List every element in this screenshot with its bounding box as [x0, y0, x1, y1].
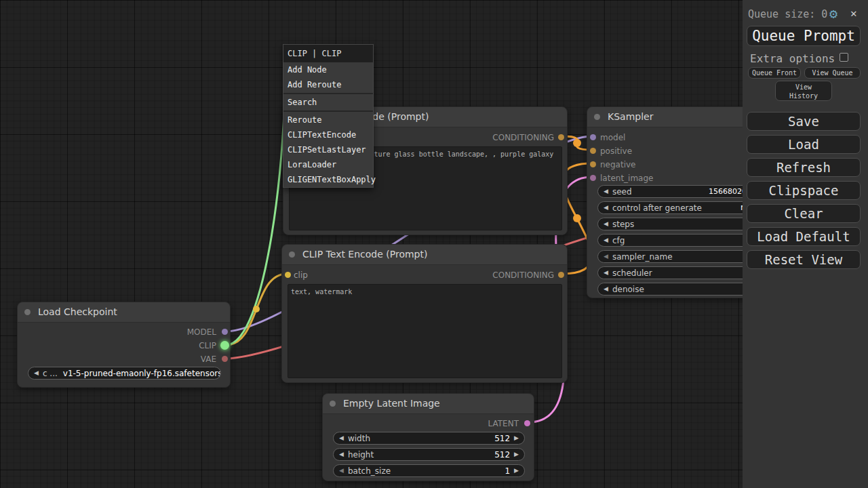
prev-arrow-icon[interactable]: ◀: [604, 266, 608, 279]
prev-arrow-icon[interactable]: ◀: [604, 283, 608, 296]
menu-separator: [283, 110, 373, 112]
menu-item-loraloader[interactable]: LoraLoader: [283, 157, 373, 172]
node-title[interactable]: CLIP Text Encode (Prompt): [282, 245, 567, 265]
context-menu: CLIP | CLIP Add Node Add Reroute Search …: [283, 44, 374, 188]
output-dot-conditioning[interactable]: [558, 272, 564, 278]
link-midpoint-dot: [253, 306, 260, 312]
load-button[interactable]: Load: [747, 135, 861, 154]
collapse-dot-icon[interactable]: [289, 251, 295, 258]
queue-size-label: Queue size: 0: [748, 8, 827, 20]
queue-prompt-button[interactable]: Queue Prompt: [747, 26, 861, 46]
settings-gear-icon[interactable]: ⚙: [829, 5, 837, 22]
node-title-label: Empty Latent Image: [343, 398, 440, 409]
output-dot-model[interactable]: [222, 329, 228, 335]
view-queue-button[interactable]: View Queue: [804, 67, 861, 79]
link-midpoint-dot: [573, 139, 581, 147]
reset-view-button[interactable]: Reset View: [747, 250, 861, 269]
input-dot-clip[interactable]: [285, 272, 291, 278]
height-widget[interactable]: ◀ height 512 ▶: [333, 448, 525, 461]
input-dot-negative[interactable]: [590, 161, 596, 167]
input-label-negative: negative: [600, 161, 635, 169]
widget-label: scheduler: [612, 268, 652, 278]
wire-drag-clip: [226, 57, 285, 345]
widget-label: cfg: [612, 236, 625, 245]
output-dot-latent[interactable]: [524, 420, 530, 426]
menu-item-cliptextencode[interactable]: CLIPTextEncode: [283, 127, 373, 142]
ckpt-name-widget[interactable]: ◀ c ... v1-5-pruned-emaonly-fp16.safeten…: [28, 367, 221, 380]
widget-label: height: [348, 450, 374, 460]
widget-label: control after generate: [612, 203, 702, 213]
prev-arrow-icon[interactable]: ◀: [604, 218, 608, 230]
prev-arrow-icon[interactable]: ◀: [604, 201, 608, 214]
batch-size-widget[interactable]: ◀ batch_size 1 ▶: [333, 464, 525, 477]
widget-label: width: [348, 434, 370, 443]
context-menu-title: CLIP | CLIP: [283, 45, 373, 62]
node-clip-text-encode-negative[interactable]: CLIP Text Encode (Prompt) clip CONDITION…: [281, 244, 568, 383]
output-label-conditioning: CONDITIONING: [492, 271, 554, 279]
menu-item-add-reroute[interactable]: Add Reroute: [283, 77, 373, 92]
widget-value: 1: [505, 466, 510, 476]
clipspace-button[interactable]: Clipspace: [747, 181, 861, 200]
queue-front-button[interactable]: Queue Front: [748, 67, 801, 79]
prev-arrow-icon[interactable]: ◀: [339, 464, 344, 477]
menu-item-add-node[interactable]: Add Node: [283, 62, 373, 77]
load-default-button[interactable]: Load Default: [747, 227, 861, 246]
node-title-label: CLIP Text Encode (Prompt): [302, 249, 427, 260]
output-dot-vae[interactable]: [222, 356, 228, 362]
prev-arrow-icon[interactable]: ◀: [604, 250, 608, 263]
node-empty-latent-image[interactable]: Empty Latent Image LATENT ◀ width 512 ▶ …: [322, 393, 534, 481]
extra-options-label: Extra options: [750, 52, 835, 65]
node-graph-canvas[interactable]: Load Checkpoint MODEL CLIP VAE ◀ c ... v…: [0, 0, 868, 488]
input-label-latent-image: latent_image: [600, 174, 653, 182]
next-arrow-icon[interactable]: ▶: [514, 464, 519, 477]
widget-label: c ...: [43, 369, 58, 378]
widget-label: steps: [612, 220, 634, 229]
node-title[interactable]: Load Checkpoint: [18, 302, 230, 323]
collapse-dot-icon[interactable]: [594, 114, 600, 120]
menu-item-gligentextboxapply[interactable]: GLIGENTextBoxApply: [283, 172, 373, 187]
input-dot-latent-image[interactable]: [590, 175, 596, 181]
widget-label: sampler_name: [612, 252, 673, 262]
input-label-model: model: [600, 134, 625, 142]
next-arrow-icon[interactable]: ▶: [514, 448, 519, 461]
refresh-button[interactable]: Refresh: [747, 158, 861, 177]
output-label-vae: VAE: [201, 355, 216, 363]
clear-button[interactable]: Clear: [747, 204, 861, 223]
close-icon[interactable]: ✕: [850, 7, 857, 20]
widget-label: seed: [612, 187, 632, 197]
prev-arrow-icon[interactable]: ◀: [604, 234, 608, 247]
prev-arrow-icon[interactable]: ◀: [34, 367, 39, 380]
view-history-button[interactable]: View History: [775, 81, 832, 101]
output-dot-conditioning[interactable]: [558, 134, 564, 140]
menu-item-clipsetlastlayer[interactable]: CLIPSetLastLayer: [283, 142, 373, 157]
menu-item-reroute[interactable]: Reroute: [283, 113, 373, 127]
widget-label: batch_size: [348, 466, 391, 476]
prev-arrow-icon[interactable]: ◀: [604, 185, 608, 198]
output-dot-clip-highlighted[interactable]: [220, 341, 229, 350]
input-dot-positive[interactable]: [590, 148, 596, 154]
width-widget[interactable]: ◀ width 512 ▶: [333, 432, 525, 445]
menu-item-search[interactable]: Search: [283, 95, 373, 110]
node-title-label: KSampler: [608, 111, 653, 122]
node-title[interactable]: Empty Latent Image: [323, 394, 534, 414]
save-button[interactable]: Save: [747, 112, 861, 131]
input-dot-model[interactable]: [590, 134, 596, 140]
output-label-conditioning: CONDITIONING: [492, 134, 554, 142]
output-label-model: MODEL: [187, 328, 216, 336]
input-label-positive: positive: [600, 147, 632, 155]
node-title-label: Load Checkpoint: [38, 306, 117, 317]
negative-prompt-textarea[interactable]: text, watermark: [288, 284, 562, 378]
extra-options-checkbox[interactable]: [840, 53, 848, 62]
collapse-dot-icon[interactable]: [24, 309, 31, 315]
link-midpoint-dot: [573, 214, 581, 222]
control-sidebar: Queue size: 0 ⚙ ✕ Queue Prompt Extra opt…: [743, 0, 868, 488]
prev-arrow-icon[interactable]: ◀: [339, 432, 344, 445]
menu-separator: [283, 93, 373, 94]
next-arrow-icon[interactable]: ▶: [514, 432, 519, 445]
prev-arrow-icon[interactable]: ◀: [339, 448, 344, 461]
input-label-clip: clip: [294, 271, 308, 279]
widget-label: denoise: [612, 285, 644, 294]
widget-value: 512: [494, 434, 510, 443]
node-load-checkpoint[interactable]: Load Checkpoint MODEL CLIP VAE ◀ c ... v…: [17, 302, 231, 388]
collapse-dot-icon[interactable]: [330, 401, 336, 407]
